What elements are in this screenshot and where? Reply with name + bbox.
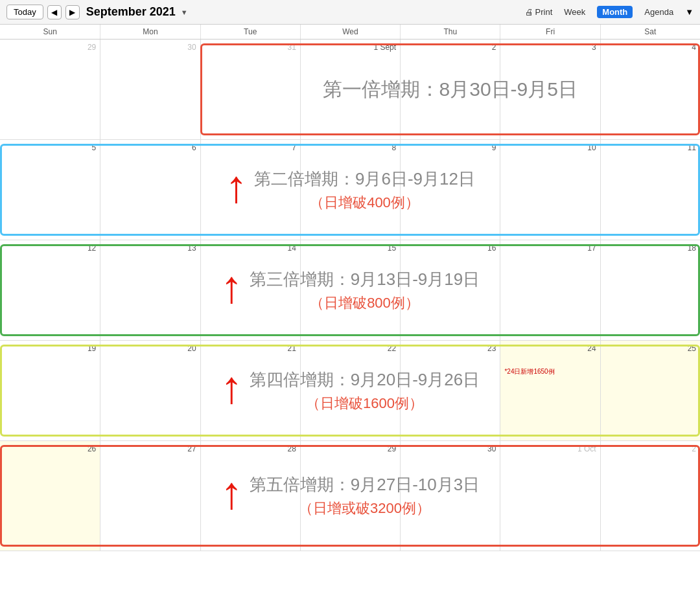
agenda-dropdown-arrow[interactable]: ▼ — [685, 7, 694, 17]
cal-cell-r4-c6: 2 — [600, 441, 700, 551]
cal-row-0: 2930311 Sept234第一倍增期：8月30日-9月5日 — [0, 40, 700, 140]
dow-cell-thu: Thu — [400, 25, 500, 39]
cal-row-3: 192021222324*24日新增1650例25↑第四倍增期：9月20日-9月… — [0, 341, 700, 441]
date-number: 23 — [404, 343, 496, 354]
dow-cell-mon: Mon — [100, 25, 200, 39]
cal-cell-r1-c6: 11 — [600, 140, 700, 240]
cal-cell-r1-c4: 9 — [400, 140, 500, 240]
cal-cell-r0-c5: 3 — [500, 40, 600, 139]
date-number: 28 — [205, 444, 296, 455]
top-nav: Today ◀ ▶ September 2021 ▼ 🖨 Print Week … — [0, 0, 700, 25]
date-number: 19 — [4, 343, 96, 354]
nav-right: 🖨 Print Week Month Agenda ▼ — [525, 6, 694, 18]
cal-cell-r2-c3: 15 — [300, 240, 400, 340]
date-number: 13 — [104, 243, 196, 254]
cal-cell-r2-c0: 12 — [0, 240, 100, 340]
dow-cell-sun: Sun — [0, 25, 100, 39]
cal-cell-r3-c3: 22 — [300, 341, 400, 440]
dow-cell-sat: Sat — [600, 25, 700, 39]
cal-cell-r4-c4: 30 — [400, 441, 500, 551]
cal-cell-r1-c3: 8 — [300, 140, 400, 240]
date-number: 25 — [605, 343, 696, 354]
date-number: 10 — [504, 142, 596, 154]
cal-cell-r0-c3: 1 Sept — [300, 40, 400, 139]
date-number: 29 — [305, 444, 396, 455]
cal-cell-r2-c4: 16 — [400, 240, 500, 340]
date-number: 31 — [205, 42, 296, 53]
date-number: 21 — [205, 343, 296, 354]
date-number: 17 — [504, 243, 596, 254]
week-view-button[interactable]: Week — [559, 6, 590, 18]
cal-cell-r2-c5: 17 — [500, 240, 600, 340]
cal-cell-r3-c4: 23 — [400, 341, 500, 440]
date-number: 15 — [305, 243, 396, 254]
cal-cell-r3-c6: 25 — [600, 341, 700, 440]
date-number: 2 — [404, 42, 496, 53]
date-number: 1 Sept — [305, 42, 396, 53]
cal-cell-r1-c0: 5 — [0, 140, 100, 240]
date-number: 3 — [504, 42, 596, 53]
cal-cell-r3-c0: 19 — [0, 341, 100, 440]
cal-cell-r0-c2: 31 — [200, 40, 300, 139]
cell-note: *24日新增1650例 — [504, 367, 596, 376]
date-number: 8 — [305, 142, 396, 154]
month-dropdown-arrow[interactable]: ▼ — [181, 8, 188, 16]
date-number: 6 — [104, 142, 196, 154]
cal-cell-r1-c2: 7 — [200, 140, 300, 240]
date-number: 20 — [104, 343, 196, 354]
date-number: 11 — [605, 142, 696, 154]
dow-cell-fri: Fri — [500, 25, 600, 39]
date-number: 27 — [104, 444, 196, 455]
date-number: 7 — [205, 142, 296, 154]
date-number: 9 — [404, 142, 496, 154]
cal-cell-r2-c1: 13 — [100, 240, 200, 340]
date-number: 22 — [305, 343, 396, 354]
cal-row-4: 26272829301 Oct2↑第五倍增期：9月27日-10月3日（日增或破3… — [0, 441, 700, 551]
cal-cell-r2-c2: 14 — [200, 240, 300, 340]
cal-cell-r1-c1: 6 — [100, 140, 200, 240]
cal-cell-r0-c4: 2 — [400, 40, 500, 139]
cal-cell-r4-c2: 28 — [200, 441, 300, 551]
month-view-button[interactable]: Month — [597, 6, 633, 18]
cal-cell-r3-c5: 24*24日新增1650例 — [500, 341, 600, 440]
printer-icon: 🖨 — [525, 7, 533, 17]
cal-cell-r4-c5: 1 Oct — [500, 441, 600, 551]
date-number: 16 — [404, 243, 496, 254]
date-number: 4 — [605, 42, 696, 53]
date-number: 30 — [104, 42, 196, 53]
date-number: 2 — [605, 444, 696, 455]
today-button[interactable]: Today — [6, 5, 43, 19]
month-title: September 2021 — [86, 5, 176, 19]
cal-row-2: 12131415161718↑第三倍增期：9月13日-9月19日（日增破800例… — [0, 240, 700, 341]
cal-cell-r0-c1: 30 — [100, 40, 200, 139]
date-number: 1 Oct — [504, 444, 596, 455]
cal-cell-r1-c5: 10 — [500, 140, 600, 240]
cal-cell-r3-c2: 21 — [200, 341, 300, 440]
cal-cell-r0-c0: 29 — [0, 40, 100, 139]
cal-cell-r0-c6: 4 — [600, 40, 700, 139]
dow-cell-wed: Wed — [300, 25, 400, 39]
cal-cell-r4-c0: 26 — [0, 441, 100, 551]
cal-cell-r4-c3: 29 — [300, 441, 400, 551]
print-button[interactable]: 🖨 Print — [525, 7, 553, 17]
dow-cell-tue: Tue — [200, 25, 300, 39]
date-number: 26 — [4, 444, 96, 455]
date-number: 29 — [4, 42, 96, 53]
date-number: 14 — [205, 243, 296, 254]
cal-cell-r3-c1: 20 — [100, 341, 200, 440]
date-number: 18 — [605, 243, 696, 254]
prev-button[interactable]: ◀ — [47, 5, 62, 19]
cal-cell-r4-c1: 27 — [100, 441, 200, 551]
date-number: 12 — [4, 243, 96, 254]
calendar-grid: 2930311 Sept234第一倍增期：8月30日-9月5日567891011… — [0, 40, 700, 551]
date-number: 30 — [404, 444, 496, 455]
date-number: 24 — [504, 343, 596, 354]
agenda-view-button[interactable]: Agenda — [639, 6, 679, 18]
day-of-week-header: SunMonTueWedThuFriSat — [0, 25, 700, 40]
date-number: 5 — [4, 142, 96, 154]
next-button[interactable]: ▶ — [65, 5, 80, 19]
cal-cell-r2-c6: 18 — [600, 240, 700, 340]
cal-row-1: 567891011↑第二倍增期：9月6日-9月12日（日增破400例） — [0, 140, 700, 240]
